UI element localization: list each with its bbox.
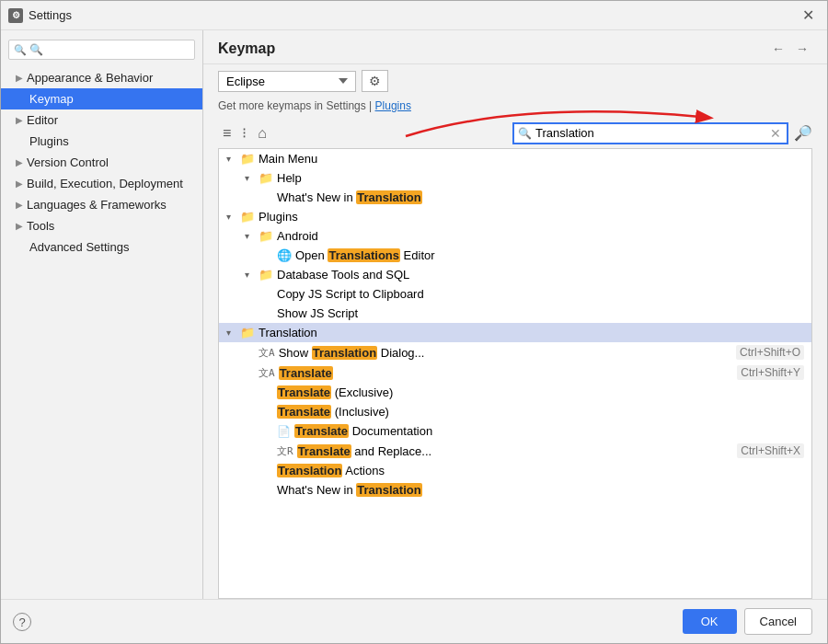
nav-arrows: ← →	[768, 40, 812, 58]
keymap-gear-button[interactable]: ⚙	[362, 70, 388, 92]
action-replace-icon: 文R	[277, 444, 293, 458]
sidebar-item-keymap[interactable]: Keymap	[1, 88, 202, 109]
sidebar-search-icon: 🔍	[14, 44, 27, 56]
nav-forward-button[interactable]: →	[792, 40, 812, 58]
tree-item-label: What's New in Translation	[277, 190, 804, 204]
highlight-text: Translations	[328, 248, 400, 262]
sidebar-item-label: Languages & Frameworks	[27, 198, 167, 212]
content-area: 🔍 ▶Appearance & BehaviorKeymap▶EditorPlu…	[1, 30, 827, 599]
tree-item-label: Show Translation Dialog...	[279, 346, 736, 360]
tree-item-open-translations[interactable]: 🌐Open Translations Editor	[219, 246, 811, 265]
tree-item-label: Show JS Script	[277, 306, 804, 320]
tree-item-label: Translate and Replace...	[297, 444, 738, 458]
sidebar-search-wrap: 🔍	[8, 40, 195, 60]
keymap-tree[interactable]: ▾📁Main Menu▾📁HelpWhat's New in Translati…	[218, 148, 812, 599]
tree-item-copy-js[interactable]: Copy JS Script to Clipboard	[219, 284, 811, 304]
tree-item-label: Translate (Inclusive)	[277, 405, 804, 419]
toolbar-filter-button[interactable]: ⌂	[253, 122, 271, 144]
highlight-text: Translate	[297, 444, 351, 458]
sidebar-items-container: ▶Appearance & BehaviorKeymap▶EditorPlugi…	[1, 67, 202, 258]
tree-item-translate-replace[interactable]: 文RTranslate and Replace...Ctrl+Shift+X	[219, 441, 811, 461]
tree-item-label: Database Tools and SQL	[277, 268, 804, 282]
tree-item-translate-inclusive[interactable]: Translate (Inclusive)	[219, 402, 811, 421]
search-clear-button[interactable]: ✕	[768, 126, 783, 141]
tree-item-label: Translation Actions	[277, 464, 804, 477]
highlight-text: Translate	[279, 366, 333, 380]
highlight-text: Translation	[356, 190, 421, 204]
sidebar-item-label: Advanced Settings	[29, 240, 129, 254]
folder-icon: 📁	[259, 268, 273, 282]
ok-button[interactable]: OK	[683, 609, 737, 634]
tree-item-help[interactable]: ▾📁Help	[219, 168, 811, 188]
sidebar-item-build[interactable]: ▶Build, Execution, Deployment	[1, 173, 202, 194]
tree-item-main-menu[interactable]: ▾📁Main Menu	[219, 149, 811, 168]
app-icon: ⚙	[8, 8, 23, 23]
find-usages-button[interactable]: 🔎	[794, 124, 812, 142]
keyboard-shortcut: Ctrl+Shift+O	[736, 345, 804, 360]
tree-item-label: Help	[277, 171, 804, 185]
close-button[interactable]: ✕	[797, 6, 820, 25]
keymap-link-row: Get more keymaps in Settings | Plugins	[203, 98, 827, 118]
highlight-text: Translate	[277, 405, 331, 419]
toolbar-list-button[interactable]: ⁝	[237, 121, 251, 144]
sidebar-item-label: Keymap	[29, 92, 74, 106]
sidebar: 🔍 ▶Appearance & BehaviorKeymap▶EditorPlu…	[1, 30, 203, 599]
folder-icon: 📁	[240, 210, 255, 224]
tree-item-android[interactable]: ▾📁Android	[219, 226, 811, 246]
globe-icon: 🌐	[277, 248, 292, 262]
sidebar-item-tools[interactable]: ▶Tools	[1, 215, 202, 236]
tree-item-whats-new-2[interactable]: What's New in Translation	[219, 480, 811, 500]
sidebar-item-label: Build, Execution, Deployment	[27, 177, 183, 190]
tree-item-translate-exclusive[interactable]: Translate (Exclusive)	[219, 383, 811, 402]
tree-item-translation-actions[interactable]: Translation Actions	[219, 461, 811, 480]
keymap-search-input[interactable]: Translation	[535, 126, 768, 140]
tree-item-label: Plugins	[259, 210, 804, 224]
keymap-select-wrap: Eclipse Default Mac OS X Emacs ⚙	[218, 70, 388, 92]
tree-item-label: Translate (Exclusive)	[277, 385, 804, 399]
sidebar-item-label: Appearance & Behavior	[27, 71, 153, 85]
chevron-icon: ▶	[16, 157, 23, 167]
highlight-text: Translate	[294, 424, 349, 438]
doc-icon: 📄	[277, 425, 291, 438]
tree-item-translate[interactable]: 文ATranslateCtrl+Shift+Y	[219, 362, 811, 383]
cancel-button[interactable]: Cancel	[744, 608, 812, 635]
tree-item-translate-doc[interactable]: 📄Translate Documentation	[219, 421, 811, 441]
page-title: Keymap	[218, 40, 275, 57]
tree-item-db-tools[interactable]: ▾📁Database Tools and SQL	[219, 265, 811, 284]
help-button[interactable]: ?	[13, 613, 31, 631]
chevron-icon: ▶	[16, 178, 23, 189]
plugins-link[interactable]: Plugins	[375, 99, 411, 112]
folder-icon: 📁	[240, 326, 255, 339]
tree-item-show-js[interactable]: Show JS Script	[219, 304, 811, 323]
chevron-icon: ▶	[16, 115, 23, 125]
folder-icon: 📁	[259, 229, 273, 243]
action-icon: 文A	[259, 366, 275, 380]
sidebar-item-languages[interactable]: ▶Languages & Frameworks	[1, 194, 202, 215]
sidebar-item-version-control[interactable]: ▶Version Control	[1, 152, 202, 173]
highlight-text: Translation	[312, 346, 377, 360]
sidebar-item-appearance[interactable]: ▶Appearance & Behavior	[1, 67, 202, 88]
sidebar-item-advanced[interactable]: Advanced Settings	[1, 236, 202, 258]
sidebar-item-editor[interactable]: ▶Editor	[1, 109, 202, 131]
chevron-icon: ▶	[16, 73, 23, 83]
tree-item-label: Copy JS Script to Clipboard	[277, 287, 804, 301]
tree-item-label: Translation	[259, 326, 804, 339]
expand-icon: ▾	[226, 328, 237, 338]
main-panel: Keymap ← → Eclipse Default Mac OS X Emac…	[203, 30, 827, 599]
sidebar-item-label: Tools	[27, 219, 54, 233]
keymap-row: Eclipse Default Mac OS X Emacs ⚙	[203, 64, 827, 98]
search-icon: 🔍	[518, 127, 532, 140]
keymap-select[interactable]: Eclipse Default Mac OS X Emacs	[218, 71, 356, 92]
expand-icon: ▾	[245, 173, 256, 183]
tree-item-whats-new-1[interactable]: What's New in Translation	[219, 188, 811, 207]
sidebar-item-plugins[interactable]: Plugins	[1, 131, 202, 152]
tree-item-label: What's New in Translation	[277, 483, 804, 497]
nav-back-button[interactable]: ←	[768, 40, 788, 58]
tree-item-translation-folder[interactable]: ▾📁Translation	[219, 323, 811, 342]
sidebar-search-input[interactable]	[8, 40, 195, 60]
tree-item-plugins[interactable]: ▾📁Plugins	[219, 207, 811, 226]
sidebar-item-label: Plugins	[29, 134, 69, 148]
toolbar-align-button[interactable]: ≡	[218, 122, 236, 144]
tree-item-label: Main Menu	[259, 152, 804, 166]
tree-item-show-translation-dialog[interactable]: 文AShow Translation Dialog...Ctrl+Shift+O	[219, 342, 811, 362]
